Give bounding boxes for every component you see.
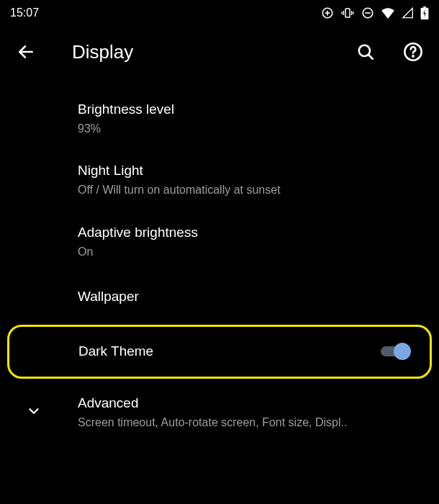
dark-theme-toggle[interactable] bbox=[381, 342, 411, 361]
item-title: Brightness level bbox=[78, 101, 422, 119]
back-button[interactable] bbox=[10, 36, 42, 68]
do-not-disturb-icon bbox=[361, 6, 374, 19]
arrow-back-icon bbox=[17, 42, 35, 61]
item-title: Adaptive brightness bbox=[78, 224, 422, 242]
brightness-level-item[interactable]: Brightness level 93% bbox=[0, 88, 439, 149]
item-title: Night Light bbox=[78, 162, 422, 180]
search-icon bbox=[356, 42, 375, 61]
item-title: Wallpaper bbox=[78, 288, 422, 306]
expand-more-icon bbox=[26, 403, 42, 422]
item-title: Advanced bbox=[78, 395, 422, 413]
toggle-thumb bbox=[394, 343, 411, 360]
cellular-signal-icon bbox=[402, 7, 414, 19]
status-bar: 15:07 bbox=[0, 0, 439, 26]
vibrate-icon bbox=[340, 6, 355, 19]
status-icons bbox=[321, 6, 429, 19]
app-bar: Display bbox=[0, 26, 439, 73]
adaptive-brightness-item[interactable]: Adaptive brightness On bbox=[0, 211, 439, 272]
settings-list: Brightness level 93% Night Light Off / W… bbox=[0, 73, 439, 443]
page-title: Display bbox=[58, 41, 334, 63]
item-subtitle: On bbox=[78, 245, 422, 260]
wallpaper-item[interactable]: Wallpaper bbox=[0, 272, 439, 322]
help-button[interactable] bbox=[397, 36, 429, 68]
wifi-icon bbox=[381, 7, 395, 19]
search-button[interactable] bbox=[350, 36, 381, 68]
svg-point-16 bbox=[412, 55, 413, 56]
data-saver-icon bbox=[321, 6, 334, 19]
svg-line-14 bbox=[368, 55, 373, 59]
item-title: Dark Theme bbox=[78, 343, 412, 361]
night-light-item[interactable]: Night Light Off / Will turn on automatic… bbox=[0, 149, 439, 210]
item-subtitle: 93% bbox=[78, 122, 422, 137]
dark-theme-item[interactable]: Dark Theme bbox=[7, 325, 432, 379]
battery-charging-icon bbox=[420, 6, 429, 19]
item-subtitle: Screen timeout, Auto-rotate screen, Font… bbox=[78, 415, 422, 431]
display-settings-screen: 15:07 bbox=[0, 0, 439, 504]
item-subtitle: Off / Will turn on automatically at suns… bbox=[78, 183, 422, 198]
svg-rect-11 bbox=[423, 6, 426, 8]
help-icon bbox=[403, 42, 423, 62]
advanced-item[interactable]: Advanced Screen timeout, Auto-rotate scr… bbox=[0, 382, 439, 443]
svg-rect-3 bbox=[345, 9, 350, 17]
status-time: 15:07 bbox=[10, 6, 39, 19]
